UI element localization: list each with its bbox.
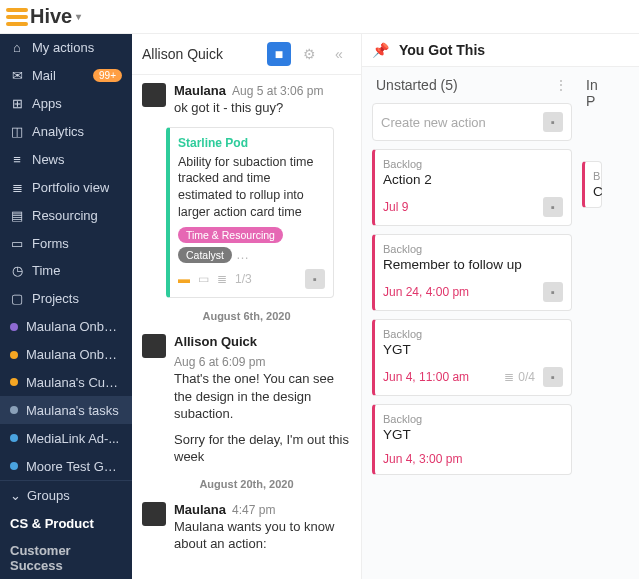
card-title: YGT [383,342,563,357]
pin-icon[interactable]: 📌 [372,42,389,58]
sidebar-group[interactable]: CS & Product [0,510,132,537]
sidebar-project[interactable]: MediaLink Ad-... [0,424,132,452]
chat-body: MaulanaAug 5 at 3:06 pm ok got it - this… [132,75,361,579]
chat-message: Allison QuickAug 6 at 6:09 pm That's the… [132,330,361,470]
chat-message: Maulana4:47 pm Maulana wants you to know… [132,498,361,557]
project-dot [10,323,18,331]
card-body: Ability for subaction time tracked and t… [178,154,325,222]
card-title: Remember to follow up [383,257,563,272]
checklist-icon: ≣ [217,272,227,286]
action-card-preview[interactable]: Starline Pod Ability for subaction time … [166,127,334,299]
board-header: 📌 You Got This [362,34,639,67]
attachment-icon: ▭ [198,272,209,286]
list-title: In P [586,77,598,109]
card-tags: Time & Resourcing Catalyst… [178,227,325,263]
chat-contact-name: Allison Quick [142,46,261,62]
sidebar-item-forms[interactable]: ▭Forms [0,229,132,257]
card-status: Backlog [383,158,563,170]
assignee-avatar[interactable]: ▪ [543,282,563,302]
tag: Catalyst [178,247,232,263]
action-card[interactable]: B C [582,161,602,208]
card-title: Action 2 [383,172,563,187]
sidebar-item-mail[interactable]: ✉Mail99+ [0,62,132,90]
create-action-placeholder: Create new action [381,115,543,130]
message-text: Sorry for the delay, I'm out this week [174,431,351,466]
project-dot [10,434,18,442]
card-project: Starline Pod [178,136,325,150]
sidebar-item-apps[interactable]: ⊞Apps [0,90,132,118]
assignee-avatar[interactable]: ▪ [543,197,563,217]
project-dot [10,462,18,470]
video-call-icon[interactable]: ■ [267,42,291,66]
board-list-unstarted: Unstarted (5) ⋮ Create new action ▪ Back… [372,75,572,571]
message-time: Aug 5 at 3:06 pm [232,84,323,98]
message-author: Maulana [174,83,226,98]
rss-icon: ≡ [10,152,24,166]
topbar: Hive ▾ [0,0,639,34]
board-lists: Unstarted (5) ⋮ Create new action ▪ Back… [362,67,639,579]
sidebar-project[interactable]: Maulana's Cust... [0,369,132,397]
resourcing-icon: ▤ [10,208,24,222]
checklist-count: 1/3 [235,272,252,286]
chevron-down-icon: ⌄ [10,488,21,503]
assignee-avatar[interactable]: ▪ [543,367,563,387]
card-footer: ▬ ▭ ≣ 1/3 ▪ [178,269,325,289]
sidebar-item-news[interactable]: ≡News [0,146,132,174]
avatar [142,502,166,526]
message-text: Maulana wants you to know about an actio… [174,518,351,553]
sidebar-item-my-actions[interactable]: ⌂My actions [0,34,132,62]
card-date: Jul 9 [383,200,408,214]
message-text: ok got it - this guy? [174,99,351,117]
card-status: Backlog [383,328,563,340]
sidebar: ⌂My actions ✉Mail99+ ⊞Apps ◫Analytics ≡N… [0,34,132,579]
date-divider: August 6th, 2020 [132,302,361,330]
sidebar-item-analytics[interactable]: ◫Analytics [0,118,132,146]
chart-icon: ◫ [10,125,24,139]
project-dot [10,378,18,386]
forms-icon: ▭ [10,236,24,250]
assignee-avatar[interactable]: ▪ [305,269,325,289]
project-dot [10,406,18,414]
card-date: Jun 4, 11:00 am [383,370,469,384]
message-author: Allison Quick [174,334,257,349]
action-card[interactable]: Backlog Action 2 Jul 9▪ [372,149,572,226]
message-time: Aug 6 at 6:09 pm [174,355,265,369]
sidebar-item-time[interactable]: ◷Time [0,257,132,285]
card-date: Jun 24, 4:00 pm [383,285,469,299]
brand-name: Hive [30,5,72,28]
assignee-picker[interactable]: ▪ [543,112,563,132]
brand-logo[interactable]: Hive ▾ [6,5,81,28]
board-column: 📌 You Got This Unstarted (5) ⋮ Create ne… [362,34,639,579]
action-card[interactable]: Backlog YGT Jun 4, 3:00 pm [372,404,572,475]
action-card[interactable]: Backlog Remember to follow up Jun 24, 4:… [372,234,572,311]
list-more-icon[interactable]: ⋮ [554,77,568,93]
sidebar-item-portfolio[interactable]: ≣Portfolio view [0,173,132,201]
action-card[interactable]: Backlog YGT Jun 4, 11:00 am≣ 0/4▪ [372,319,572,396]
tag: Time & Resourcing [178,227,283,243]
avatar [142,83,166,107]
message-text: That's the one! You can see the design i… [174,370,351,423]
settings-gear-icon[interactable]: ⚙ [297,42,321,66]
sidebar-group[interactable]: Customer Success [0,537,132,579]
sidebar-project[interactable]: Maulana Onbo... [0,313,132,341]
list-title: Unstarted (5) [376,77,458,93]
mail-icon: ✉ [10,69,24,83]
sidebar-groups-toggle[interactable]: ⌄Groups [0,480,132,510]
message-author: Maulana [174,502,226,517]
create-action-input[interactable]: Create new action ▪ [372,103,572,141]
card-status: Backlog [383,413,563,425]
date-divider: August 20th, 2020 [132,470,361,498]
mail-badge: 99+ [93,69,122,82]
grid-icon: ⊞ [10,97,24,111]
sidebar-project[interactable]: Maulana Onbo... [0,341,132,369]
sidebar-project[interactable]: Maulana's tasks [0,396,132,424]
subtask-count: ≣ 0/4 [504,370,535,384]
sidebar-project[interactable]: Moore Test Gantt [0,452,132,480]
card-title: YGT [383,427,563,442]
hive-logo-icon [6,8,28,26]
collapse-icon[interactable]: « [327,42,351,66]
sidebar-item-projects[interactable]: ▢Projects [0,285,132,313]
list-header: Unstarted (5) ⋮ [372,75,572,95]
sidebar-item-resourcing[interactable]: ▤Resourcing [0,201,132,229]
list-icon: ≣ [10,180,24,194]
